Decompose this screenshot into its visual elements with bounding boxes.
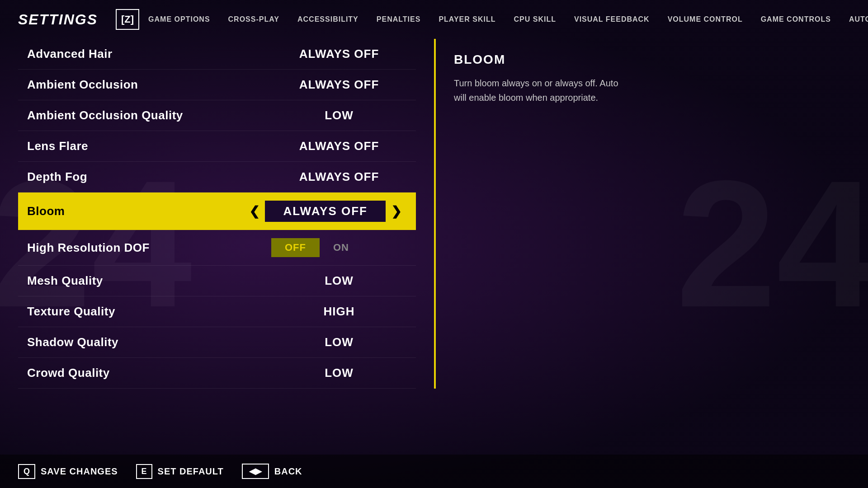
- setting-row-depth-fog[interactable]: Depth Fog ALWAYS OFF: [18, 162, 416, 192]
- spacer: [0, 389, 868, 455]
- setting-row-shadow-quality[interactable]: Shadow Quality LOW: [18, 327, 416, 358]
- setting-value-depth-fog: ALWAYS OFF: [271, 170, 407, 184]
- setting-label-ambient-occlusion: Ambient Occlusion: [27, 78, 138, 92]
- back-key: ◀▶: [242, 464, 269, 479]
- setting-label-mesh-quality: Mesh Quality: [27, 274, 103, 288]
- main-content: SETTINGS [Z] GAME OPTIONS CROSS-PLAY ACC…: [0, 0, 868, 488]
- nav-bracket-z[interactable]: [Z]: [116, 9, 139, 30]
- tab-penalties[interactable]: PENALTIES: [368, 11, 430, 28]
- setting-row-crowd-quality[interactable]: Crowd Quality LOW: [18, 358, 416, 389]
- tab-auto-subs[interactable]: AUTO-SUBS: [840, 11, 868, 28]
- bloom-next-button[interactable]: ❯: [386, 202, 407, 221]
- info-panel: BLOOM Turn bloom always on or always off…: [434, 39, 651, 389]
- setting-value-bloom: ❮ ALWAYS OFF ❯: [244, 201, 407, 222]
- toggle-off-high-res-dof[interactable]: OFF: [271, 238, 320, 257]
- setting-label-depth-fog: Depth Fog: [27, 170, 87, 184]
- setting-label-shadow-quality: Shadow Quality: [27, 335, 118, 349]
- save-changes-label: Save Changes: [41, 466, 118, 477]
- setting-row-high-res-dof[interactable]: High Resolution DOF OFF ON: [18, 230, 416, 266]
- setting-value-high-res-dof: OFF ON: [271, 238, 407, 257]
- toggle-on-high-res-dof[interactable]: ON: [320, 238, 363, 257]
- setting-value-texture-quality: HIGH: [271, 305, 407, 319]
- setting-row-bloom[interactable]: Bloom ❮ ALWAYS OFF ❯: [18, 192, 416, 230]
- setting-value-ambient-occlusion-quality: LOW: [271, 108, 407, 122]
- setting-label-lens-flare: Lens Flare: [27, 139, 88, 153]
- setting-label-bloom: Bloom: [27, 204, 65, 218]
- setting-row-lens-flare[interactable]: Lens Flare ALWAYS OFF: [18, 131, 416, 162]
- setting-value-advanced-hair: ALWAYS OFF: [271, 47, 407, 61]
- tab-visual-feedback[interactable]: VISUAL FEEDBACK: [565, 11, 659, 28]
- setting-label-advanced-hair: Advanced Hair: [27, 47, 113, 61]
- setting-row-mesh-quality[interactable]: Mesh Quality LOW: [18, 266, 416, 296]
- bloom-prev-button[interactable]: ❮: [244, 202, 265, 221]
- set-default-button[interactable]: E Set Default: [136, 464, 224, 479]
- tab-game-controls[interactable]: GAME CONTROLS: [752, 11, 840, 28]
- footer: Q Save Changes E Set Default ◀▶ Back: [0, 455, 868, 488]
- setting-value-mesh-quality: LOW: [271, 274, 407, 288]
- setting-label-texture-quality: Texture Quality: [27, 305, 115, 319]
- back-label: Back: [274, 466, 302, 477]
- nav-bar: [Z] GAME OPTIONS CROSS-PLAY ACCESSIBILIT…: [116, 9, 868, 30]
- tab-cpu-skill[interactable]: CPU SKILL: [505, 11, 565, 28]
- setting-value-ambient-occlusion: ALWAYS OFF: [271, 78, 407, 92]
- tab-cross-play[interactable]: CROSS-PLAY: [219, 11, 288, 28]
- info-panel-description: Turn bloom always on or always off. Auto…: [454, 76, 633, 105]
- tab-player-skill[interactable]: PLAYER SKILL: [429, 11, 505, 28]
- setting-value-lens-flare: ALWAYS OFF: [271, 139, 407, 153]
- setting-label-ambient-occlusion-quality: Ambient Occlusion Quality: [27, 108, 183, 122]
- info-panel-title: BLOOM: [454, 52, 633, 67]
- tab-accessibility[interactable]: ACCESSIBILITY: [288, 11, 368, 28]
- setting-row-texture-quality[interactable]: Texture Quality HIGH: [18, 296, 416, 327]
- back-button[interactable]: ◀▶ Back: [242, 464, 302, 479]
- setting-value-crowd-quality: LOW: [271, 366, 407, 380]
- tab-volume-control[interactable]: VOLUME CONTROL: [659, 11, 752, 28]
- main-area: Advanced Hair ALWAYS OFF Ambient Occlusi…: [0, 30, 868, 389]
- set-default-label: Set Default: [158, 466, 224, 477]
- save-changes-button[interactable]: Q Save Changes: [18, 464, 118, 479]
- header: SETTINGS [Z] GAME OPTIONS CROSS-PLAY ACC…: [0, 0, 868, 30]
- settings-list: Advanced Hair ALWAYS OFF Ambient Occlusi…: [0, 39, 434, 389]
- setting-row-ambient-occlusion[interactable]: Ambient Occlusion ALWAYS OFF: [18, 70, 416, 100]
- setting-value-shadow-quality: LOW: [271, 335, 407, 349]
- setting-label-high-res-dof: High Resolution DOF: [27, 241, 150, 255]
- set-default-key: E: [136, 464, 152, 479]
- setting-row-advanced-hair[interactable]: Advanced Hair ALWAYS OFF: [18, 39, 416, 70]
- save-changes-key: Q: [18, 464, 35, 479]
- setting-row-ambient-occlusion-quality[interactable]: Ambient Occlusion Quality LOW: [18, 100, 416, 131]
- tab-game-options[interactable]: GAME OPTIONS: [139, 11, 219, 28]
- setting-label-crowd-quality: Crowd Quality: [27, 366, 110, 380]
- toggle-high-res-dof[interactable]: OFF ON: [271, 238, 407, 257]
- page-title: SETTINGS: [18, 11, 98, 28]
- bloom-current-value: ALWAYS OFF: [265, 201, 386, 222]
